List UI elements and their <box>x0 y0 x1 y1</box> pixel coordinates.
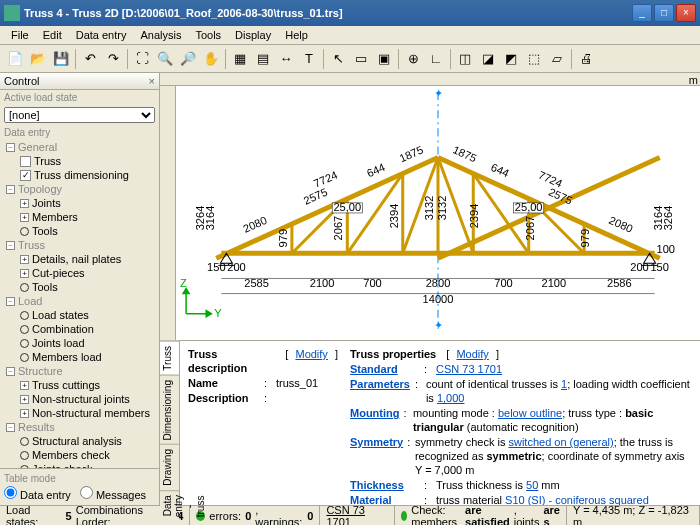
collapse-icon[interactable]: − <box>6 241 15 250</box>
expand-icon[interactable]: + <box>20 255 29 264</box>
tree-membersload[interactable]: Members load <box>32 351 102 363</box>
tool5-icon[interactable]: ▱ <box>546 48 568 70</box>
zoomfit-icon[interactable]: ⛶ <box>131 48 153 70</box>
zoomin-icon[interactable]: 🔍 <box>154 48 176 70</box>
checkbox-icon[interactable]: ✓ <box>20 170 31 181</box>
svg-text:✦: ✦ <box>434 319 443 331</box>
tree-trussdim[interactable]: Truss dimensioning <box>34 169 129 181</box>
menubar: File Edit Data entry Analysis Tools Disp… <box>0 26 700 45</box>
radio-dataentry[interactable]: Data entry <box>4 489 71 501</box>
pan-icon[interactable]: ✋ <box>200 48 222 70</box>
tree-structanalysis[interactable]: Structural analysis <box>32 435 122 447</box>
vtab-drawing[interactable]: Drawing <box>160 444 179 490</box>
tree-joints[interactable]: Joints <box>32 197 61 209</box>
group-topology[interactable]: Topology <box>18 183 62 195</box>
tree-jointsload[interactable]: Joints load <box>32 337 85 349</box>
menu-display[interactable]: Display <box>228 27 278 43</box>
tree[interactable]: −General Truss ✓Truss dimensioning −Topo… <box>0 140 159 468</box>
collapse-icon[interactable]: − <box>6 185 15 194</box>
coef-link[interactable]: 1,000 <box>437 392 465 404</box>
drawing-canvas[interactable]: ✦ ✦ Y Z <box>176 86 700 340</box>
collapse-icon[interactable]: − <box>6 367 15 376</box>
expand-icon[interactable]: + <box>20 395 29 404</box>
tree-details[interactable]: Details, nail plates <box>32 253 121 265</box>
svg-text:200: 200 <box>630 261 648 273</box>
tool1-icon[interactable]: ◫ <box>454 48 476 70</box>
toolbar: 📄 📂 💾 ↶ ↷ ⛶ 🔍 🔎 ✋ ▦ ▤ ↔ T ↖ ▭ ▣ ⊕ ∟ ◫ ◪ … <box>0 45 700 73</box>
tree-members[interactable]: Members <box>32 211 78 223</box>
expand-icon[interactable]: + <box>20 199 29 208</box>
collapse-icon[interactable]: − <box>6 423 15 432</box>
group-results[interactable]: Results <box>18 421 55 433</box>
open-icon[interactable]: 📂 <box>27 48 49 70</box>
menu-tools[interactable]: Tools <box>188 27 228 43</box>
radio-messages[interactable]: Messages <box>80 489 146 501</box>
expand-icon[interactable]: + <box>20 409 29 418</box>
menu-edit[interactable]: Edit <box>36 27 69 43</box>
modify-right-link[interactable]: Modify <box>456 347 488 361</box>
group-truss[interactable]: Truss <box>18 239 45 251</box>
new-icon[interactable]: 📄 <box>4 48 26 70</box>
checkbox-icon[interactable] <box>20 156 31 167</box>
tool4-icon[interactable]: ⬚ <box>523 48 545 70</box>
select-icon[interactable]: ↖ <box>327 48 349 70</box>
mounting-link[interactable]: below outline <box>498 407 562 419</box>
group-general[interactable]: General <box>18 141 57 153</box>
undo-icon[interactable]: ↶ <box>79 48 101 70</box>
text-icon[interactable]: T <box>298 48 320 70</box>
tree-tools1[interactable]: Tools <box>32 225 58 237</box>
redo-icon[interactable]: ↷ <box>102 48 124 70</box>
vtab-truss[interactable]: Truss <box>160 341 179 375</box>
selectall-icon[interactable]: ▣ <box>373 48 395 70</box>
tree-memberscheck[interactable]: Members check <box>32 449 110 461</box>
dims-icon[interactable]: ↔ <box>275 48 297 70</box>
selectbox-icon[interactable]: ▭ <box>350 48 372 70</box>
menu-analysis[interactable]: Analysis <box>133 27 188 43</box>
panel-close-icon[interactable]: × <box>149 75 155 87</box>
menu-file[interactable]: File <box>4 27 36 43</box>
menu-dataentry[interactable]: Data entry <box>69 27 134 43</box>
thickness-link[interactable]: 50 <box>526 479 538 491</box>
csn-link[interactable]: CSN 73 1701 <box>326 504 388 526</box>
snap-icon[interactable]: ⊕ <box>402 48 424 70</box>
svg-text:2067: 2067 <box>524 216 536 241</box>
tree-loadstates[interactable]: Load states <box>32 309 89 321</box>
group-structure[interactable]: Structure <box>18 365 63 377</box>
zoomout-icon[interactable]: 🔎 <box>177 48 199 70</box>
ortho-icon[interactable]: ∟ <box>425 48 447 70</box>
tablemode: Table mode Data entry Messages <box>0 468 159 505</box>
collapse-icon[interactable]: − <box>6 143 15 152</box>
tree-cutpieces[interactable]: Cut-pieces <box>32 267 85 279</box>
save-icon[interactable]: 💾 <box>50 48 72 70</box>
tool3-icon[interactable]: ◩ <box>500 48 522 70</box>
print-icon[interactable]: 🖨 <box>575 48 597 70</box>
svg-text:2080: 2080 <box>241 214 268 235</box>
collapse-icon[interactable]: − <box>6 297 15 306</box>
group-load[interactable]: Load <box>18 295 42 307</box>
tree-nsjoints[interactable]: Non-structural joints <box>32 393 130 405</box>
tree-nsmembers[interactable]: Non-structural members <box>32 407 150 419</box>
svg-text:100: 100 <box>656 243 674 255</box>
activeload-select[interactable]: [none] <box>4 107 155 123</box>
grid-icon[interactable]: ▦ <box>229 48 251 70</box>
modify-left-link[interactable]: Modify <box>295 347 327 375</box>
maximize-button[interactable]: □ <box>654 4 674 22</box>
expand-icon[interactable]: + <box>20 213 29 222</box>
vtab-dimensioning[interactable]: Dimensioning <box>160 375 179 445</box>
standard-link[interactable]: CSN 73 1701 <box>436 362 502 376</box>
tree-cuttings[interactable]: Truss cuttings <box>32 379 100 391</box>
menu-help[interactable]: Help <box>278 27 315 43</box>
tree-tools2[interactable]: Tools <box>32 281 58 293</box>
close-button[interactable]: × <box>676 4 696 22</box>
tree-truss[interactable]: Truss <box>34 155 61 167</box>
minimize-button[interactable]: _ <box>632 4 652 22</box>
vtab-dataentry[interactable]: Data entry - truss <box>160 490 179 521</box>
tree-combination[interactable]: Combination <box>32 323 94 335</box>
expand-icon[interactable]: + <box>20 381 29 390</box>
layers-icon[interactable]: ▤ <box>252 48 274 70</box>
svg-text:2100: 2100 <box>542 277 567 289</box>
expand-icon[interactable]: + <box>20 269 29 278</box>
symmetry-link[interactable]: switched on (general) <box>508 436 613 448</box>
tool2-icon[interactable]: ◪ <box>477 48 499 70</box>
truss-name: truss_01 <box>276 376 318 390</box>
